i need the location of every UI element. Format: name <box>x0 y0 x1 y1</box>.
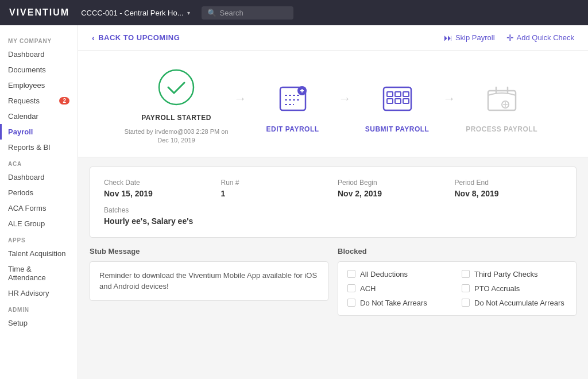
period-end-value: Nov 8, 2019 <box>455 189 563 198</box>
batches-field: Batches Hourly ee's, Salary ee's <box>104 206 562 226</box>
stub-message-title: Stub Message <box>90 247 328 256</box>
svg-rect-11 <box>403 92 409 96</box>
skip-payroll-button[interactable]: ⏭ Skip Payroll <box>444 33 495 42</box>
run-number-field: Run # 1 <box>221 179 329 198</box>
sidebar-item-time-attendance[interactable]: Time & Attendance <box>0 261 78 285</box>
sidebar-item-aca-dashboard[interactable]: Dashboard <box>0 169 78 185</box>
run-value: 1 <box>221 189 329 198</box>
back-label: BACK TO UPCOMING <box>98 33 180 42</box>
step-process-payroll: PROCESS PAYROLL <box>462 78 542 133</box>
sidebar-item-aca-forms[interactable]: ACA Forms <box>0 200 78 216</box>
blocked-item-all-deductions[interactable]: All Deductions <box>347 270 452 279</box>
period-begin-label: Period Begin <box>338 179 446 187</box>
sidebar: MY COMPANY Dashboard Documents Employees… <box>0 25 78 379</box>
step-payroll-started: PAYROLL STARTED Started by irvdemo@003 2… <box>124 67 228 145</box>
sidebar-item-hr-advisory[interactable]: HR Advisory <box>0 285 78 301</box>
search-icon: 🔍 <box>207 9 216 17</box>
step-submit-icon <box>377 78 418 119</box>
search-bar[interactable]: 🔍 Search <box>202 6 293 20</box>
checkbox-ach[interactable] <box>347 284 355 292</box>
add-quick-label: Add Quick Check <box>517 33 574 42</box>
step-process-icon <box>481 78 523 119</box>
layout: MY COMPANY Dashboard Documents Employees… <box>0 25 588 379</box>
blocked-item-third-party[interactable]: Third Party Checks <box>462 270 567 279</box>
check-date-field: Check Date Nov 15, 2019 <box>104 179 212 198</box>
blocked-item-ach[interactable]: ACH <box>347 284 452 293</box>
company-name: CCCC-001 - Central Perk Ho... <box>81 9 183 17</box>
checkbox-third-party[interactable] <box>462 270 470 278</box>
blocked-item-no-arrears[interactable]: Do Not Take Arrears <box>347 299 452 307</box>
skip-label: Skip Payroll <box>455 33 495 42</box>
blocked-label-no-accumulate: Do Not Accumulate Arrears <box>474 299 564 307</box>
check-date-value: Nov 15, 2019 <box>104 189 212 198</box>
sidebar-section-aca: ACA <box>0 155 78 169</box>
add-quick-check-button[interactable]: ✛ Add Quick Check <box>506 33 574 43</box>
sidebar-item-periods[interactable]: Periods <box>0 185 78 200</box>
step-started-sublabel: Started by irvdemo@003 2:28 PM on Dec 10… <box>124 127 228 145</box>
blocked-label-pto: PTO Accruals <box>474 284 520 293</box>
stub-message-card[interactable]: Reminder to download the Viventium Mobil… <box>90 261 328 301</box>
logo: VIVENTIUM <box>9 7 69 18</box>
stub-message-text: Reminder to download the Viventium Mobil… <box>99 271 317 291</box>
main-content: ‹ BACK TO UPCOMING ⏭ Skip Payroll ✛ Add … <box>78 25 588 379</box>
svg-rect-12 <box>387 99 393 103</box>
step-submit-label: SUBMIT PAYROLL <box>365 125 430 133</box>
sidebar-item-employees[interactable]: Employees <box>0 78 78 93</box>
blocked-label-third-party: Third Party Checks <box>474 270 538 279</box>
back-to-upcoming-button[interactable]: ‹ BACK TO UPCOMING <box>92 33 180 42</box>
batches-label: Batches <box>104 206 562 214</box>
sidebar-item-calendar[interactable]: Calendar <box>0 109 78 124</box>
arrow-1: → <box>234 91 247 120</box>
stub-message-section: Stub Message Reminder to download the Vi… <box>90 247 328 316</box>
blocked-label-all-deductions: All Deductions <box>360 270 408 279</box>
requests-badge: 2 <box>59 97 69 105</box>
progress-steps: PAYROLL STARTED Started by irvdemo@003 2… <box>78 51 588 157</box>
sidebar-section-admin: ADMIN <box>0 301 78 315</box>
sidebar-section-apps: APPS <box>0 231 78 246</box>
skip-icon: ⏭ <box>444 33 452 42</box>
sidebar-item-talent-acquisition[interactable]: Talent Acquisition <box>0 246 78 261</box>
checkbox-no-arrears[interactable] <box>347 299 355 307</box>
period-begin-value: Nov 2, 2019 <box>338 189 446 198</box>
step-edit-icon <box>272 78 314 119</box>
svg-rect-14 <box>403 99 409 103</box>
add-icon: ✛ <box>506 33 514 43</box>
blocked-title: Blocked <box>338 247 577 256</box>
search-placeholder: Search <box>220 9 243 17</box>
bottom-section: Stub Message Reminder to download the Vi… <box>90 247 577 316</box>
blocked-item-no-accumulate[interactable]: Do Not Accumulate Arrears <box>462 299 567 307</box>
blocked-item-pto[interactable]: PTO Accruals <box>462 284 567 293</box>
checkbox-no-accumulate[interactable] <box>462 299 470 307</box>
svg-rect-10 <box>395 92 401 96</box>
sidebar-section-my-company: MY COMPANY <box>0 32 78 47</box>
arrow-2: → <box>339 91 351 120</box>
checkbox-all-deductions[interactable] <box>347 270 355 278</box>
checkbox-pto[interactable] <box>462 284 470 292</box>
blocked-grid: All Deductions Third Party Checks ACH <box>347 270 567 307</box>
content-topbar: ‹ BACK TO UPCOMING ⏭ Skip Payroll ✛ Add … <box>78 25 588 51</box>
svg-point-0 <box>159 70 194 105</box>
company-selector[interactable]: CCCC-001 - Central Perk Ho... ▾ <box>81 9 189 17</box>
step-process-label: PROCESS PAYROLL <box>466 125 537 133</box>
step-edit-payroll[interactable]: EDIT PAYROLL <box>253 78 333 133</box>
sidebar-item-documents[interactable]: Documents <box>0 62 78 78</box>
run-label: Run # <box>221 179 329 187</box>
sidebar-item-dashboard[interactable]: Dashboard <box>0 47 78 62</box>
sidebar-item-ale-group[interactable]: ALE Group <box>0 216 78 231</box>
blocked-card: All Deductions Third Party Checks ACH <box>338 261 577 316</box>
period-end-label: Period End <box>455 179 563 187</box>
sidebar-item-requests[interactable]: Requests 2 <box>0 93 78 109</box>
sidebar-item-setup[interactable]: Setup <box>0 315 78 331</box>
top-nav: VIVENTIUM CCCC-001 - Central Perk Ho... … <box>0 0 588 25</box>
blocked-section: Blocked All Deductions Third Party Check… <box>338 247 577 316</box>
step-submit-payroll[interactable]: SUBMIT PAYROLL <box>357 78 438 133</box>
sidebar-item-payroll[interactable]: Payroll <box>0 124 78 140</box>
svg-rect-9 <box>387 92 393 96</box>
step-edit-label: EDIT PAYROLL <box>266 125 319 133</box>
sidebar-item-reports-bi[interactable]: Reports & BI <box>0 140 78 155</box>
topbar-actions: ⏭ Skip Payroll ✛ Add Quick Check <box>444 33 574 43</box>
batches-value: Hourly ee's, Salary ee's <box>104 216 562 226</box>
period-begin-field: Period Begin Nov 2, 2019 <box>338 179 446 198</box>
payroll-info-card: Check Date Nov 15, 2019 Run # 1 Period B… <box>90 167 577 238</box>
blocked-label-ach: ACH <box>360 284 376 293</box>
